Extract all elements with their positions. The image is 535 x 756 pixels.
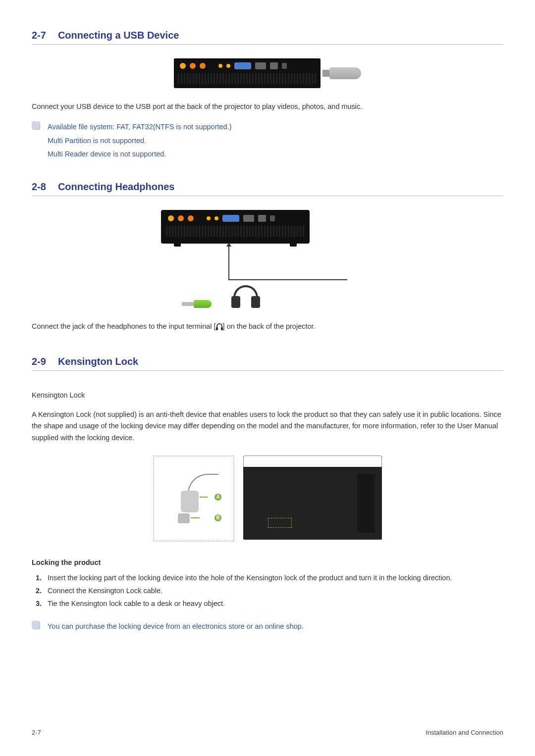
callout-label-b: B	[214, 514, 221, 521]
headphones-inline-icon	[216, 323, 223, 330]
kensington-subtitle: Kensington Lock	[32, 390, 503, 401]
list-item: Insert the locking part of the locking d…	[44, 571, 503, 584]
usb-description: Connect your USB device to the USB port …	[32, 101, 503, 112]
locking-heading: Locking the product	[32, 558, 503, 566]
note-line: You can purchase the locking device from…	[48, 620, 304, 634]
note-line: Available file system: FAT, FAT32(NTFS i…	[48, 120, 232, 134]
wire-path-icon	[228, 246, 347, 280]
section-number: 2-8	[32, 181, 46, 193]
section-number: 2-7	[32, 30, 46, 41]
note-block: You can purchase the locking device from…	[32, 620, 503, 634]
kensington-illustration: A B	[32, 455, 503, 542]
section-heading-2-7: 2-7 Connecting a USB Device	[32, 30, 503, 45]
callout-label-a: A	[214, 494, 221, 501]
section-number: 2-9	[32, 356, 46, 367]
note-icon	[32, 121, 40, 129]
headphones-icon	[231, 285, 260, 308]
note-line: Multi Partition is not supported.	[48, 134, 232, 148]
note-icon	[32, 621, 40, 629]
headphone-description: Connect the jack of the headphones to th…	[32, 321, 503, 332]
projector-back-icon	[161, 210, 310, 244]
kensington-body: A Kensington Lock (not supplied) is an a…	[32, 409, 503, 444]
audio-plug-icon	[194, 300, 212, 308]
note-line: Multi Reader device is not supported.	[48, 148, 232, 161]
projector-back-icon	[174, 58, 321, 88]
kensington-lock-diagram: A B	[153, 455, 234, 542]
footer-chapter: Installation and Connection	[426, 729, 503, 736]
section-heading-2-9: 2-9 Kensington Lock	[32, 356, 503, 371]
section-title: Kensington Lock	[58, 356, 138, 367]
locking-steps: Insert the locking part of the locking d…	[32, 571, 503, 610]
usb-illustration	[32, 58, 503, 88]
headphone-illustration	[32, 210, 503, 308]
section-title: Connecting Headphones	[58, 181, 175, 193]
note-block: Available file system: FAT, FAT32(NTFS i…	[32, 120, 503, 161]
projector-bottom-icon	[243, 455, 382, 540]
list-item: Connect the Kensington Lock cable.	[44, 584, 503, 597]
section-title: Connecting a USB Device	[58, 30, 179, 41]
footer-page-ref: 2-7	[32, 729, 41, 736]
usb-stick-icon	[329, 67, 361, 79]
list-item: Tie the Kensington lock cable to a desk …	[44, 597, 503, 610]
section-heading-2-8: 2-8 Connecting Headphones	[32, 181, 503, 196]
